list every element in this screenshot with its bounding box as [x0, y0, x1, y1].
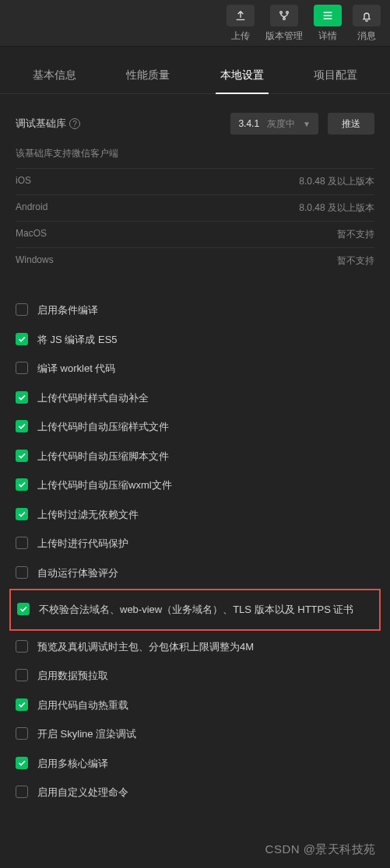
- toolbar-upload[interactable]: 上传: [223, 3, 258, 44]
- branch-icon: [270, 5, 298, 26]
- option-label: 上传代码时自动压缩脚本文件: [37, 449, 169, 464]
- checkbox[interactable]: [16, 537, 28, 549]
- option-label: 上传时过滤无依赖文件: [37, 507, 139, 523]
- os-name: Android: [16, 201, 47, 215]
- option-label: 自动运行体验评分: [37, 565, 118, 581]
- settings-tabs: 基本信息性能质量本地设置项目配置: [0, 47, 390, 94]
- os-version: 8.0.48 及以上版本: [299, 175, 374, 188]
- tab-basic[interactable]: 基本信息: [28, 61, 81, 93]
- option-label: 启用自定义处理命令: [37, 785, 128, 800]
- option-compress-style: 上传代码时自动压缩样式文件: [16, 412, 374, 442]
- support-table: iOS8.0.48 及以上版本Android8.0.48 及以上版本MacOS暂…: [16, 168, 374, 274]
- toolbar-label: 版本管理: [265, 30, 303, 43]
- checkbox[interactable]: [16, 333, 28, 345]
- help-icon[interactable]: ?: [69, 118, 80, 129]
- options-list: 启用条件编译将 JS 编译成 ES5编译 worklet 代码上传代码时样式自动…: [16, 296, 374, 807]
- svg-point-1: [286, 12, 289, 14]
- top-toolbar: 上传版本管理详情消息: [0, 0, 390, 47]
- checkbox[interactable]: [16, 508, 28, 520]
- watermark: CSDN @景天科技苑: [265, 842, 376, 857]
- chevron-down-icon: ▼: [303, 120, 311, 128]
- tab-project[interactable]: 项目配置: [309, 61, 362, 93]
- option-hot-reload: 启用代码自动热重载: [16, 691, 374, 720]
- toolbar-details[interactable]: 详情: [311, 3, 345, 44]
- option-prefetch: 启用数据预拉取: [16, 661, 374, 691]
- option-custom-cmd: 启用自定义处理命令: [16, 778, 374, 807]
- option-compress-wxml: 上传代码时自动压缩wxml文件: [16, 471, 374, 500]
- os-version: 暂不支持: [337, 228, 374, 241]
- option-skip-domain: 不校验合法域名、web-view（业务域名）、TLS 版本以及 HTTPS 证书: [17, 595, 373, 625]
- option-label: 启用多核心编译: [37, 756, 108, 772]
- tab-local[interactable]: 本地设置: [216, 61, 269, 93]
- option-label: 启用代码自动热重载: [37, 698, 128, 713]
- checkbox[interactable]: [16, 727, 28, 740]
- checkbox[interactable]: [16, 391, 28, 404]
- option-label: 编译 worklet 代码: [37, 361, 115, 376]
- support-row: Windows暂不支持: [16, 247, 374, 274]
- option-label: 上传代码时自动压缩样式文件: [37, 419, 169, 435]
- checkbox[interactable]: [16, 669, 28, 681]
- checkbox[interactable]: [16, 786, 28, 798]
- option-skyline: 开启 Skyline 渲染调试: [16, 719, 374, 749]
- option-compress-script: 上传代码时自动压缩脚本文件: [16, 442, 374, 471]
- option-filter-nodep: 上传时过滤无依赖文件: [16, 500, 374, 530]
- option-multicore: 启用多核心编译: [16, 749, 374, 779]
- option-label: 上传代码时自动压缩wxml文件: [37, 478, 172, 493]
- os-version: 暂不支持: [337, 254, 374, 268]
- checkbox[interactable]: [16, 362, 28, 374]
- checkbox[interactable]: [16, 478, 28, 491]
- option-preview-4m: 预览及真机调试时主包、分包体积上限调整为4M: [16, 632, 374, 662]
- toolbar-vcs[interactable]: 版本管理: [262, 3, 306, 44]
- checkbox[interactable]: [17, 603, 30, 615]
- option-label: 上传时进行代码保护: [37, 536, 128, 551]
- option-label: 开启 Skyline 渲染调试: [37, 726, 136, 742]
- toolbar-label: 消息: [357, 30, 376, 43]
- option-es5: 将 JS 编译成 ES5: [16, 325, 374, 355]
- os-version: 8.0.48 及以上版本: [299, 201, 374, 215]
- bell-icon: [353, 5, 381, 26]
- checkbox[interactable]: [16, 420, 28, 432]
- checkbox[interactable]: [16, 698, 28, 711]
- option-label: 将 JS 编译成 ES5: [37, 332, 118, 348]
- option-label: 启用条件编译: [37, 303, 98, 318]
- checkbox[interactable]: [16, 757, 28, 769]
- debug-lib-label: 调试基础库 ?: [16, 117, 221, 131]
- os-name: iOS: [16, 175, 31, 188]
- option-worklet: 编译 worklet 代码: [16, 354, 374, 383]
- checkbox[interactable]: [16, 450, 28, 462]
- menu-icon: [314, 5, 342, 26]
- support-row: MacOS暂不支持: [16, 221, 374, 247]
- svg-point-0: [280, 12, 283, 14]
- support-row: iOS8.0.48 及以上版本: [16, 168, 374, 194]
- option-label: 启用数据预拉取: [37, 668, 108, 684]
- option-label: 不校验合法域名、web-view（业务域名）、TLS 版本以及 HTTPS 证书: [39, 602, 353, 618]
- toolbar-label: 上传: [231, 30, 250, 43]
- support-row: Android8.0.48 及以上版本: [16, 194, 374, 221]
- option-label: 预览及真机调试时主包、分包体积上限调整为4M: [37, 639, 254, 655]
- debug-lib-row: 调试基础库 ? 3.4.1 灰度中 ▼ 推送: [16, 113, 374, 135]
- option-cond-compile: 启用条件编译: [16, 296, 374, 325]
- push-button[interactable]: 推送: [328, 113, 374, 135]
- checkbox[interactable]: [16, 566, 28, 579]
- option-auto-audit: 自动运行体验评分: [16, 558, 374, 588]
- checkbox[interactable]: [16, 303, 28, 316]
- option-label: 上传代码时样式自动补全: [37, 390, 149, 406]
- toolbar-label: 详情: [318, 30, 337, 43]
- tab-perf[interactable]: 性能质量: [121, 61, 174, 93]
- version-number: 3.4.1: [238, 118, 259, 129]
- version-tag: 灰度中: [267, 117, 295, 131]
- version-select[interactable]: 3.4.1 灰度中 ▼: [230, 113, 318, 135]
- checkbox[interactable]: [16, 640, 28, 653]
- support-hint: 该基础库支持微信客户端: [16, 147, 374, 160]
- os-name: MacOS: [16, 228, 47, 241]
- option-style-complete: 上传代码时样式自动补全: [16, 383, 374, 413]
- toolbar-messages[interactable]: 消息: [350, 3, 384, 44]
- upload-icon: [227, 5, 255, 26]
- svg-point-2: [283, 18, 286, 20]
- option-code-protect: 上传时进行代码保护: [16, 529, 374, 558]
- os-name: Windows: [16, 254, 54, 268]
